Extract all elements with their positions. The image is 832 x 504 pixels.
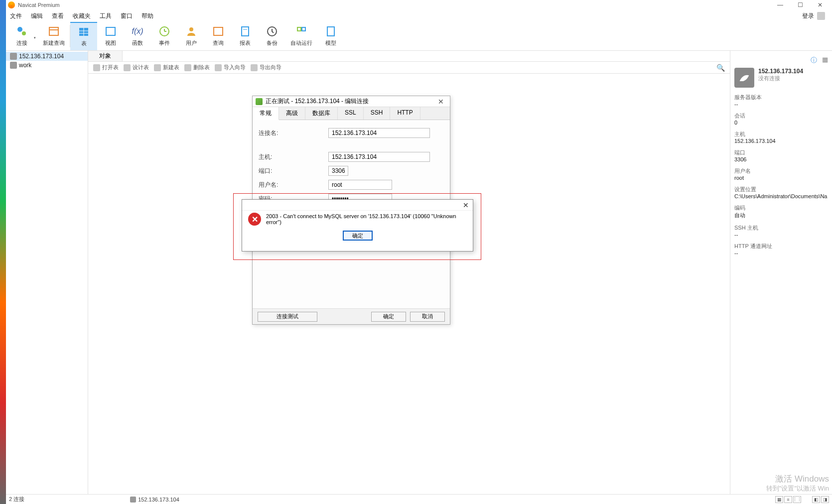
conn-title: 152.136.173.104 (758, 68, 803, 75)
error-message: 2003 - Can't connect to MySQL server on … (266, 213, 467, 225)
mysql-icon (10, 62, 17, 69)
window-close-btn[interactable]: ✕ (810, 1, 830, 8)
dialog-close-btn[interactable]: ✕ (435, 98, 447, 106)
menu-window[interactable]: 窗口 (121, 12, 133, 20)
menu-view[interactable]: 查看 (52, 12, 64, 20)
new-query-btn[interactable]: 新建查询 (38, 22, 70, 50)
mysql-icon (130, 497, 136, 503)
autorun-btn[interactable]: 自动运行 (285, 22, 317, 50)
plug-icon (16, 25, 28, 37)
menubar: 文件 编辑 查看 收藏夹 工具 窗口 帮助 登录 (6, 10, 832, 22)
tab-ssh[interactable]: SSH (364, 107, 391, 120)
connections-sidebar: 152.136.173.104 work (6, 51, 88, 494)
import-wizard-btn[interactable]: 导入向导 (215, 64, 246, 71)
desktop-taskbar-strip (0, 0, 6, 504)
dialog-tabs: 常规 高级 数据库 SSL SSH HTTP (253, 107, 450, 120)
fx-icon: f(x) (132, 25, 143, 37)
new-table-btn[interactable]: 新建表 (154, 64, 179, 71)
delete-table-btn[interactable]: 删除表 (184, 64, 210, 71)
error-close-btn[interactable]: ✕ (463, 201, 469, 209)
delete-icon (184, 64, 191, 71)
test-connection-btn[interactable]: 连接测试 (258, 312, 317, 322)
panel-toggle-1[interactable]: ◧ (812, 496, 820, 503)
event-btn[interactable]: 事件 (151, 22, 178, 50)
view-mode-1[interactable]: ▦ (775, 496, 783, 503)
svg-point-1 (22, 31, 26, 35)
svg-rect-2 (49, 27, 58, 35)
export-wizard-btn[interactable]: 导出向导 (251, 64, 281, 71)
mysql-icon (10, 53, 17, 60)
view-btn[interactable]: 视图 (97, 22, 124, 50)
error-icon: ✕ (248, 213, 261, 226)
svg-point-0 (17, 27, 22, 32)
statusbar: 2 连接 152.136.173.104 ▦ ≡ ⋮⋮ ◧ ◨ (6, 494, 832, 504)
toolbar: 连接 新建查询 表 视图 f(x) 函数 事件 用户 查询 (6, 22, 832, 51)
window-minimize-btn[interactable]: — (770, 1, 790, 8)
avatar-icon[interactable] (817, 12, 825, 20)
port-label: 端口: (259, 167, 328, 175)
dialog-title: 正在测试 - 152.136.173.104 - 编辑连接 (266, 97, 369, 106)
tab-general[interactable]: 常规 (253, 107, 279, 120)
menu-tools[interactable]: 工具 (100, 12, 112, 20)
table-btn[interactable]: 表 (70, 22, 97, 50)
user-icon (185, 25, 197, 37)
window-maximize-btn[interactable]: ☐ (790, 1, 810, 8)
grid-toggle-icon[interactable]: ▦ (822, 56, 828, 65)
info-icon[interactable]: ⓘ (811, 56, 817, 65)
menu-edit[interactable]: 编辑 (31, 12, 43, 20)
tab-database[interactable]: 数据库 (305, 107, 338, 120)
tab-objects[interactable]: 对象 (88, 51, 123, 61)
open-table-btn[interactable]: 打开表 (93, 64, 119, 71)
table-icon (78, 26, 90, 38)
host-input[interactable] (328, 152, 430, 162)
view-mode-2[interactable]: ≡ (784, 496, 792, 503)
conn-name-label: 连接名: (259, 129, 328, 137)
connection-btn[interactable]: 连接 (6, 22, 38, 50)
dialog-titlebar[interactable]: 正在测试 - 152.136.173.104 - 编辑连接 ✕ (253, 96, 450, 107)
report-btn[interactable]: 报表 (232, 22, 259, 50)
menu-favorites[interactable]: 收藏夹 (73, 12, 91, 20)
user-btn[interactable]: 用户 (178, 22, 205, 50)
search-icon[interactable]: 🔍 (716, 64, 725, 72)
sub-toolbar: 打开表 设计表 新建表 删除表 导入向导 导出向导 🔍 (88, 62, 730, 74)
port-input[interactable] (328, 166, 348, 176)
menu-help[interactable]: 帮助 (141, 12, 153, 20)
clock-icon (158, 25, 170, 37)
conn-subtitle: 没有连接 (758, 75, 803, 82)
status-left: 2 连接 (9, 496, 24, 503)
model-btn[interactable]: 模型 (317, 22, 344, 50)
dialog-cancel-btn[interactable]: 取消 (410, 312, 445, 322)
function-btn[interactable]: f(x) 函数 (124, 22, 151, 50)
panel-toggle-2[interactable]: ◨ (821, 496, 829, 503)
svg-rect-17 (297, 27, 301, 31)
import-icon (215, 64, 222, 71)
tab-ssl[interactable]: SSL (338, 107, 364, 120)
design-table-btn[interactable]: 设计表 (124, 64, 149, 71)
sidebar-connection-1[interactable]: work (6, 61, 88, 70)
query-btn[interactable]: 查询 (205, 22, 232, 50)
error-ok-btn[interactable]: 确定 (343, 231, 373, 241)
report-icon (239, 25, 251, 37)
view-icon (105, 25, 117, 37)
menu-file[interactable]: 文件 (10, 12, 22, 20)
conn-name-input[interactable] (328, 128, 430, 138)
user-input[interactable] (328, 180, 392, 190)
error-dialog: ✕ ✕ 2003 - Can't connect to MySQL server… (242, 199, 473, 252)
tab-http[interactable]: HTTP (390, 107, 420, 120)
app-logo-icon (8, 1, 15, 8)
windows-watermark: 激活 Windows 转到"设置"以激活 Win (766, 474, 829, 493)
titlebar: Navicat Premium — ☐ ✕ (6, 0, 832, 10)
tab-advanced[interactable]: 高级 (279, 107, 305, 120)
dialog-ok-btn[interactable]: 确定 (371, 312, 406, 322)
svg-point-12 (189, 27, 193, 31)
login-label[interactable]: 登录 (802, 12, 814, 20)
svg-rect-18 (302, 27, 305, 31)
view-mode-3[interactable]: ⋮⋮ (793, 496, 801, 503)
svg-rect-8 (106, 27, 115, 35)
new-icon (154, 64, 161, 71)
calendar-plus-icon (48, 25, 60, 37)
backup-btn[interactable]: 备份 (259, 22, 285, 50)
app-title: Navicat Premium (18, 2, 60, 8)
sidebar-connection-0[interactable]: 152.136.173.104 (6, 52, 88, 61)
design-icon (124, 64, 131, 71)
